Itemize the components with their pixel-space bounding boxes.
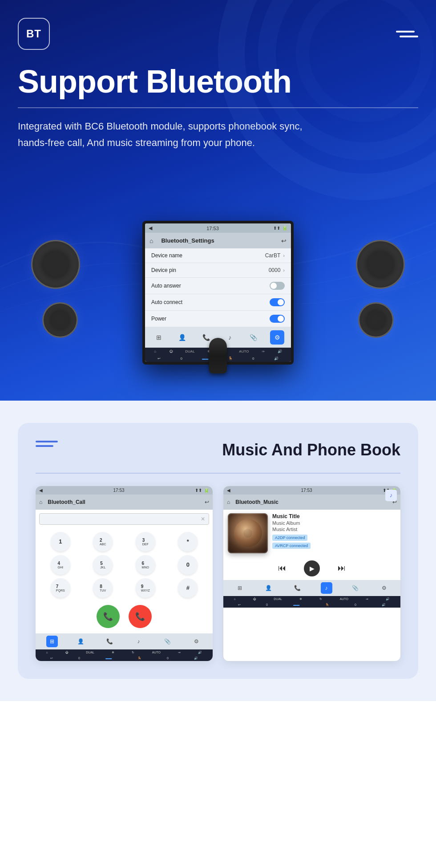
chevron-icon-device-name: › — [283, 253, 285, 258]
numpad-9[interactable]: 9WXYZ — [136, 578, 155, 598]
screen-topbar: ◀ 17:53 ⬆⬆ 🔋 — [145, 223, 291, 233]
section2-card: Music And Phone Book ◀ 17:53 ⬆⬆ 🔋 — [18, 423, 418, 679]
back-arrow-icon[interactable]: ◀ — [149, 225, 152, 231]
call-bnav-settings[interactable]: ⚙ — [191, 636, 202, 647]
ctrl-vol-right: 🔊 — [274, 357, 279, 361]
call-back-icon[interactable]: ◀ — [39, 488, 43, 493]
call-screen-card: ◀ 17:53 ⬆⬆ 🔋 ⌂ Bluetooth_Call ↩ — [36, 486, 213, 661]
mc2-arrow: ↩ — [238, 603, 241, 607]
bt-row-device-name[interactable]: Device name CarBT › — [145, 248, 291, 263]
ctrl-wind[interactable]: ⇒ — [262, 349, 265, 353]
music-navbar: ⌂ Bluetooth_Music ↩ — [223, 495, 400, 510]
call-bnav-phone[interactable]: 📞 — [104, 636, 116, 647]
next-button[interactable]: ⏭ — [338, 564, 346, 573]
numpad-6[interactable]: 6MNO — [136, 555, 155, 575]
call-ctrl-auto: AUTO — [152, 651, 161, 654]
call-bnav-music[interactable]: ♪ — [133, 636, 145, 647]
call-bnav-person[interactable]: 👤 — [75, 636, 87, 647]
bnav-person-icon[interactable]: 👤 — [175, 330, 190, 345]
cc2-vol: 🔊 — [194, 657, 198, 660]
numpad-4[interactable]: 4GHI — [51, 555, 70, 575]
ctrl-auto[interactable]: AUTO — [239, 349, 249, 353]
bnav-clip-icon[interactable]: 📎 — [246, 330, 261, 345]
music-bnav-clip[interactable]: 📎 — [350, 582, 361, 594]
ctrl-seat-icon: 🪑 — [228, 357, 233, 361]
music-home-icon[interactable]: ⌂ — [227, 499, 230, 505]
numpad-2[interactable]: 2ABC — [93, 532, 113, 552]
numpad-0[interactable]: 0 — [178, 555, 198, 575]
bt-row-device-pin[interactable]: Device pin 0000 › — [145, 263, 291, 278]
call-nav-title: Bluetooth_Call — [44, 497, 203, 507]
numpad-1[interactable]: 1 — [51, 532, 70, 552]
bt-row-auto-connect[interactable]: Auto connect — [145, 294, 291, 311]
hero-section: BT Support Bluetooth Integrated with BC6… — [0, 0, 436, 401]
call-home-icon[interactable]: ⌂ — [39, 499, 42, 505]
call-back-nav-icon[interactable]: ↩ — [205, 499, 209, 505]
screen-navbar: ⌂ Bluetooth_Settings ↩ — [145, 233, 291, 248]
music-bnav-grid[interactable]: ⊞ — [234, 582, 246, 594]
call-bnav-clip[interactable]: 📎 — [162, 636, 174, 647]
call-search-x-icon[interactable]: ✕ — [201, 516, 205, 522]
music-bnav-phone[interactable]: 📞 — [292, 582, 303, 594]
call-bottom-nav: ⊞ 👤 📞 ♪ 📎 ⚙ — [36, 633, 213, 649]
section2-header: Music And Phone Book — [36, 441, 400, 459]
music-ctrl-ac: ↻ — [319, 597, 322, 601]
call-ctrl-wind: ⇒ — [178, 651, 181, 654]
answer-button[interactable]: 📞 — [97, 605, 120, 628]
auto-connect-label: Auto connect — [151, 299, 182, 305]
numpad-star[interactable]: * — [178, 532, 198, 552]
device-pin-value: 0000 — [269, 267, 281, 273]
ctrl-power-icon: ⏻ — [169, 349, 173, 353]
ctrl-dual[interactable]: DUAL — [185, 349, 194, 353]
bnav-settings-icon[interactable]: ⚙ — [270, 330, 284, 345]
music-back-icon[interactable]: ◀ — [227, 488, 230, 493]
numpad-8[interactable]: 8TUV — [93, 578, 113, 598]
section2-hamburger[interactable] — [36, 441, 58, 447]
music-playback-controls: ⏮ ▶ ⏭ — [223, 557, 400, 580]
auto-connect-toggle[interactable] — [270, 298, 285, 306]
music-ctrl-auto: AUTO — [340, 597, 348, 600]
ctrl-home[interactable]: ⌂ — [154, 349, 156, 353]
numpad-5[interactable]: 5JKL — [93, 555, 113, 575]
bt-row-auto-answer[interactable]: Auto answer — [145, 278, 291, 294]
music-bnav-music[interactable]: ♪ — [321, 582, 332, 594]
screen-nav-title: Bluetooth_Settings — [157, 235, 278, 246]
bnav-grid-icon[interactable]: ⊞ — [152, 330, 166, 345]
power-toggle[interactable] — [270, 315, 285, 323]
ctrl-vol[interactable]: 🔊 — [278, 349, 282, 353]
device-name-label: Device name — [151, 252, 182, 259]
s2-hamburger-line-2 — [36, 445, 53, 447]
music-car-controls2: ↩ 0 ▬▬ 🪑 0 🔊 — [223, 602, 400, 608]
back-nav-icon[interactable]: ↩ — [281, 237, 287, 244]
ctrl-power[interactable]: ⏻ — [169, 349, 173, 353]
music-bnav-person[interactable]: 👤 — [263, 582, 275, 594]
call-search-bar[interactable]: ✕ — [39, 513, 209, 525]
bt-row-power[interactable]: Power — [145, 311, 291, 327]
call-ctrl-ac: ↻ — [132, 651, 134, 654]
call-bnav-grid[interactable]: ⊞ — [46, 636, 58, 647]
chevron-icon-device-pin: › — [283, 268, 285, 273]
screens-row: ◀ 17:53 ⬆⬆ 🔋 ⌂ Bluetooth_Call ↩ — [36, 486, 400, 661]
music-ctrl-dual: DUAL — [274, 597, 282, 600]
cc2-zero: 0 — [78, 657, 80, 660]
numpad-7[interactable]: 7PQRS — [51, 578, 70, 598]
hero-description: Integrated with BC6 Bluetooth module, su… — [18, 118, 329, 151]
ctrl-auto-label: AUTO — [239, 349, 249, 353]
screen-time: 17:53 — [206, 226, 219, 231]
prev-button[interactable]: ⏮ — [278, 564, 286, 573]
music-bottom-nav: ⊞ 👤 📞 ♪ 📎 ⚙ — [223, 580, 400, 596]
hamburger-line-2 — [400, 36, 418, 37]
home-icon[interactable]: ⌂ — [149, 237, 153, 244]
numpad-3[interactable]: 3DEF — [136, 532, 155, 552]
hamburger-menu[interactable] — [396, 31, 418, 37]
toggle-knob-power — [278, 316, 284, 322]
auto-answer-toggle[interactable] — [270, 282, 285, 290]
hangup-button[interactable]: 📞 — [129, 605, 152, 628]
play-button[interactable]: ▶ — [304, 560, 320, 576]
music-bnav-settings[interactable]: ⚙ — [379, 582, 390, 594]
auto-answer-label: Auto answer — [151, 283, 181, 289]
mc2-slider: ▬▬ — [293, 603, 299, 606]
call-ctrl-power: ⏻ — [65, 651, 69, 654]
numpad-hash[interactable]: # — [178, 578, 198, 598]
music-ctrl-vol: 🔊 — [386, 597, 390, 601]
